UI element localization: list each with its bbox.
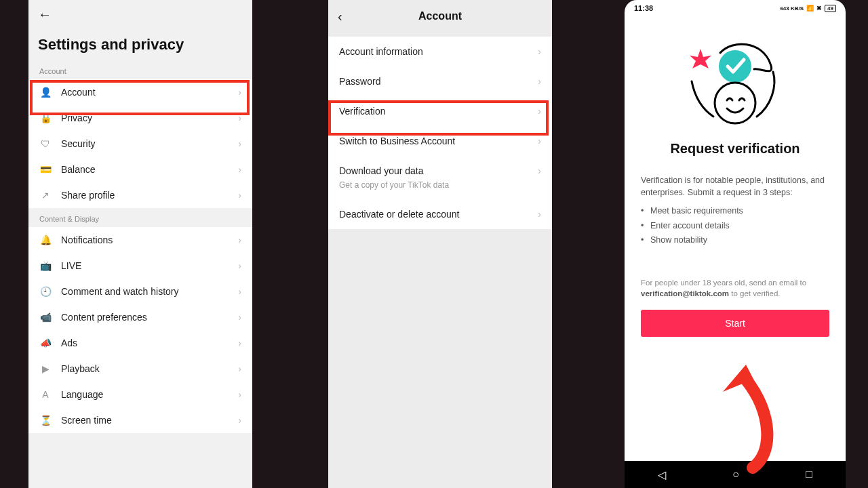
under18-note: For people under 18 years old, send an e… — [625, 250, 846, 306]
share-icon: ↗ — [39, 190, 52, 201]
row-label: Language — [61, 389, 103, 400]
row-label: Switch to Business Account — [339, 136, 455, 146]
chevron-right-icon: › — [238, 363, 241, 374]
verification-title: Request verification — [670, 141, 800, 157]
chevron-right-icon: › — [238, 87, 241, 98]
nav-back-icon[interactable]: ◁ — [658, 468, 666, 481]
row-share-profile[interactable]: ↗Share profile› — [28, 182, 252, 208]
step-item: Enter account details — [641, 219, 829, 233]
page-title: Settings and privacy — [28, 22, 252, 60]
nav-home-icon[interactable]: ○ — [732, 468, 739, 481]
row-verification[interactable]: Verification› — [328, 96, 552, 126]
verification-steps: Meet basic requirements Enter account de… — [625, 201, 846, 250]
phone-settings: ← Settings and privacy Account 👤Account›… — [28, 0, 252, 488]
chevron-right-icon: › — [238, 286, 241, 297]
verification-illustration-icon — [674, 41, 796, 129]
header: ‹ Account — [328, 0, 552, 33]
android-navbar: ◁ ○ □ — [625, 461, 846, 488]
row-label: Security — [61, 138, 96, 149]
verification-email: verification@tiktok.com — [641, 289, 729, 298]
chevron-right-icon: › — [538, 136, 541, 146]
chevron-right-icon: › — [538, 165, 541, 176]
row-deactivate[interactable]: Deactivate or delete account› — [328, 199, 552, 229]
row-security[interactable]: 🛡Security› — [28, 131, 252, 157]
page-title: Account — [418, 10, 462, 22]
row-label: Download your data — [339, 165, 424, 176]
battery-icon: 49 — [825, 5, 836, 12]
play-icon: ▶ — [39, 363, 52, 374]
nav-recent-icon[interactable]: □ — [806, 468, 812, 481]
back-chevron-icon[interactable]: ‹ — [338, 9, 342, 24]
row-screen-time[interactable]: ⏳Screen time› — [28, 407, 252, 433]
step-item: Show notability — [641, 233, 829, 247]
row-label: Account — [61, 87, 96, 98]
chevron-right-icon: › — [238, 113, 241, 123]
row-label: Comment and watch history — [61, 286, 179, 297]
chevron-right-icon: › — [538, 106, 541, 117]
row-playback[interactable]: ▶Playback› — [28, 356, 252, 382]
chevron-right-icon: › — [238, 190, 241, 201]
row-label: Balance — [61, 164, 96, 175]
status-bar: 11:38 643 KB/S 📶 ✖ 49 — [625, 0, 846, 14]
row-history[interactable]: 🕘Comment and watch history› — [28, 279, 252, 304]
status-time: 11:38 — [634, 4, 653, 12]
chevron-right-icon: › — [238, 138, 241, 149]
chevron-right-icon: › — [238, 164, 241, 175]
chevron-right-icon: › — [538, 209, 541, 220]
chevron-right-icon: › — [238, 260, 241, 271]
chevron-right-icon: › — [238, 338, 241, 348]
row-business[interactable]: Switch to Business Account› — [328, 126, 552, 156]
row-password[interactable]: Password› — [328, 66, 552, 96]
chevron-right-icon: › — [538, 46, 541, 57]
status-kbs: 643 KB/S — [780, 5, 804, 12]
row-privacy[interactable]: 🔒Privacy› — [28, 105, 252, 131]
section-content-label: Content & Display — [28, 208, 252, 227]
lock-icon: 🔒 — [39, 113, 52, 123]
chevron-right-icon: › — [238, 415, 241, 426]
verification-desc: Verification is for notable people, inst… — [625, 163, 846, 201]
chevron-right-icon: › — [238, 312, 241, 323]
row-label: Verification — [339, 106, 385, 117]
svg-point-0 — [719, 50, 751, 83]
row-label: Content preferences — [61, 312, 147, 323]
row-label: Notifications — [61, 235, 113, 245]
tv-icon: 📺 — [39, 260, 52, 271]
row-content-prefs[interactable]: 📹Content preferences› — [28, 304, 252, 330]
row-label: Password — [339, 76, 380, 87]
card-icon: 💳 — [39, 164, 52, 175]
row-label: Deactivate or delete account — [339, 209, 459, 220]
person-icon: 👤 — [39, 87, 52, 98]
row-label: Ads — [61, 338, 77, 348]
row-account-info[interactable]: Account information› — [328, 37, 552, 66]
row-live[interactable]: 📺LIVE› — [28, 253, 252, 279]
row-label: Share profile — [61, 190, 115, 201]
svg-point-1 — [715, 83, 755, 123]
bell-icon: 🔔 — [39, 235, 52, 245]
hourglass-icon: ⏳ — [39, 415, 52, 426]
chevron-right-icon: › — [238, 235, 241, 245]
row-label: LIVE — [61, 260, 81, 271]
phone-account: ‹ Account Account information› Password›… — [328, 0, 552, 488]
chevron-right-icon: › — [538, 76, 541, 87]
row-label: Screen time — [61, 415, 112, 426]
row-download-data[interactable]: Download your data› — [328, 156, 552, 186]
row-language[interactable]: ALanguage› — [28, 382, 252, 407]
section-account-label: Account — [28, 60, 252, 79]
content-card: 🔔Notifications› 📺LIVE› 🕘Comment and watc… — [28, 227, 252, 433]
signal-icon: ✖ — [816, 5, 822, 12]
hero: Request verification — [625, 14, 846, 163]
row-label: Playback — [61, 363, 100, 374]
account-list: Account information› Password› Verificat… — [328, 37, 552, 229]
video-icon: 📹 — [39, 312, 52, 323]
row-account[interactable]: 👤Account› — [28, 79, 252, 105]
phone-verification: 11:38 643 KB/S 📶 ✖ 49 — [625, 0, 846, 488]
row-ads[interactable]: 📣Ads› — [28, 330, 252, 356]
step-item: Meet basic requirements — [641, 204, 829, 218]
start-button[interactable]: Start — [641, 310, 829, 337]
row-notifications[interactable]: 🔔Notifications› — [28, 227, 252, 253]
language-icon: A — [39, 389, 52, 400]
chevron-right-icon: › — [238, 389, 241, 400]
back-arrow-icon[interactable]: ← — [38, 7, 52, 22]
row-label: Account information — [339, 46, 423, 57]
row-balance[interactable]: 💳Balance› — [28, 157, 252, 182]
